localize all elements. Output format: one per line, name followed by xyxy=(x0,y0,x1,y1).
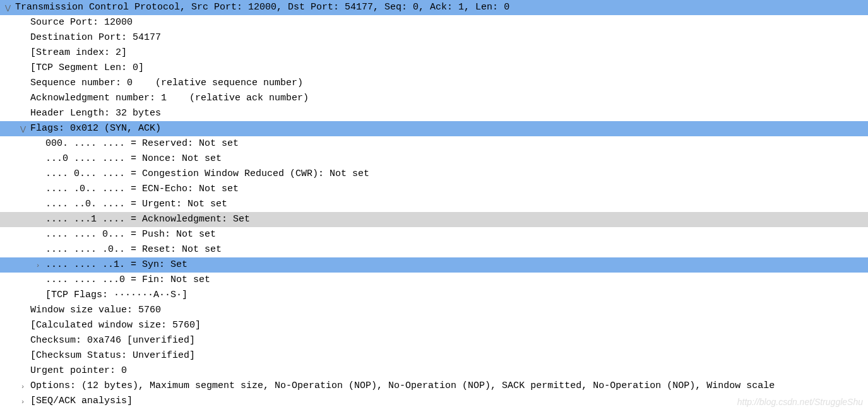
flag-fin-row[interactable]: .... .... ...0 = Fin: Not set xyxy=(0,273,868,288)
flag-str-row[interactable]: [TCP Flags: ·······A··S·] xyxy=(0,288,868,303)
checksum-text: Checksum: 0xa746 [unverified] xyxy=(30,333,195,348)
flag-cwr-row[interactable]: .... 0... .... = Congestion Window Reduc… xyxy=(0,167,868,182)
flags-summary-text: Flags: 0x012 (SYN, ACK) xyxy=(30,121,161,136)
hdr-len-row[interactable]: Header Length: 32 bytes xyxy=(0,106,868,121)
flag-rst-text: .... .... .0.. = Reset: Not set xyxy=(45,242,222,257)
src-port-text: Source Port: 12000 xyxy=(30,15,133,30)
flag-ecn-text: .... .0.. .... = ECN-Echo: Not set xyxy=(45,182,239,197)
flag-psh-text: .... .... 0... = Push: Not set xyxy=(45,227,216,242)
flag-cwr-text: .... 0... .... = Congestion Window Reduc… xyxy=(45,167,369,182)
urg-ptr-row[interactable]: Urgent pointer: 0 xyxy=(0,363,868,379)
seg-len-row[interactable]: [TCP Segment Len: 0] xyxy=(0,61,868,76)
tcp-header-text: Transmission Control Protocol, Src Port:… xyxy=(15,0,509,15)
stream-index-row[interactable]: [Stream index: 2] xyxy=(0,45,868,61)
ack-row[interactable]: Acknowledgment number: 1 (relative ack n… xyxy=(0,91,868,106)
src-port-row[interactable]: Source Port: 12000 xyxy=(0,15,868,30)
seg-len-text: [TCP Segment Len: 0] xyxy=(30,61,144,76)
flag-psh-row[interactable]: .... .... 0... = Push: Not set xyxy=(0,227,868,242)
chk-status-row[interactable]: [Checksum Status: Unverified] xyxy=(0,348,868,363)
flag-nonce-text: ...0 .... .... = Nonce: Not set xyxy=(45,151,222,167)
calc-win-text: [Calculated window size: 5760] xyxy=(30,318,201,333)
ack-text: Acknowledgment number: 1 (relative ack n… xyxy=(30,91,309,106)
flag-ack-row[interactable]: .... ...1 .... = Acknowledgment: Set xyxy=(0,212,868,227)
flag-rst-row[interactable]: .... .... .0.. = Reset: Not set xyxy=(0,242,868,257)
tcp-header-row[interactable]: ⋁ Transmission Control Protocol, Src Por… xyxy=(0,0,868,15)
flag-urg-row[interactable]: .... ..0. .... = Urgent: Not set xyxy=(0,197,868,212)
chevron-right-icon[interactable]: › xyxy=(33,257,43,273)
chk-status-text: [Checksum Status: Unverified] xyxy=(30,348,195,363)
packet-details-tree[interactable]: ⋁ Transmission Control Protocol, Src Por… xyxy=(0,0,868,409)
chevron-right-icon[interactable]: › xyxy=(18,394,28,409)
options-row[interactable]: › Options: (12 bytes), Maximum segment s… xyxy=(0,379,868,394)
win-size-text: Window size value: 5760 xyxy=(30,303,161,318)
seqack-text: [SEQ/ACK analysis] xyxy=(30,394,133,409)
seqack-row[interactable]: › [SEQ/ACK analysis] xyxy=(0,394,868,409)
flags-summary-row[interactable]: ⋁ Flags: 0x012 (SYN, ACK) xyxy=(0,121,868,136)
dst-port-row[interactable]: Destination Port: 54177 xyxy=(0,30,868,45)
win-size-row[interactable]: Window size value: 5760 xyxy=(0,303,868,318)
flag-syn-row[interactable]: › .... .... ..1. = Syn: Set xyxy=(0,257,868,273)
flag-urg-text: .... ..0. .... = Urgent: Not set xyxy=(45,197,227,212)
flag-str-text: [TCP Flags: ·······A··S·] xyxy=(45,288,187,303)
flag-ecn-row[interactable]: .... .0.. .... = ECN-Echo: Not set xyxy=(0,182,868,197)
flag-ack-text: .... ...1 .... = Acknowledgment: Set xyxy=(45,212,250,227)
calc-win-row[interactable]: [Calculated window size: 5760] xyxy=(0,318,868,333)
flag-fin-text: .... .... ...0 = Fin: Not set xyxy=(45,273,210,288)
options-text: Options: (12 bytes), Maximum segment siz… xyxy=(30,379,775,394)
urg-ptr-text: Urgent pointer: 0 xyxy=(30,363,127,379)
flag-reserved-row[interactable]: 000. .... .... = Reserved: Not set xyxy=(0,136,868,151)
seq-row[interactable]: Sequence number: 0 (relative sequence nu… xyxy=(0,76,868,91)
chevron-right-icon[interactable]: › xyxy=(18,379,28,394)
checksum-row[interactable]: Checksum: 0xa746 [unverified] xyxy=(0,333,868,348)
dst-port-text: Destination Port: 54177 xyxy=(30,30,161,45)
hdr-len-text: Header Length: 32 bytes xyxy=(30,106,161,121)
flag-syn-text: .... .... ..1. = Syn: Set xyxy=(45,257,187,273)
chevron-down-icon[interactable]: ⋁ xyxy=(3,0,13,15)
stream-index-text: [Stream index: 2] xyxy=(30,45,127,61)
flag-reserved-text: 000. .... .... = Reserved: Not set xyxy=(45,136,239,151)
chevron-down-icon[interactable]: ⋁ xyxy=(18,121,28,136)
seq-text: Sequence number: 0 (relative sequence nu… xyxy=(30,76,303,91)
flag-nonce-row[interactable]: ...0 .... .... = Nonce: Not set xyxy=(0,151,868,167)
